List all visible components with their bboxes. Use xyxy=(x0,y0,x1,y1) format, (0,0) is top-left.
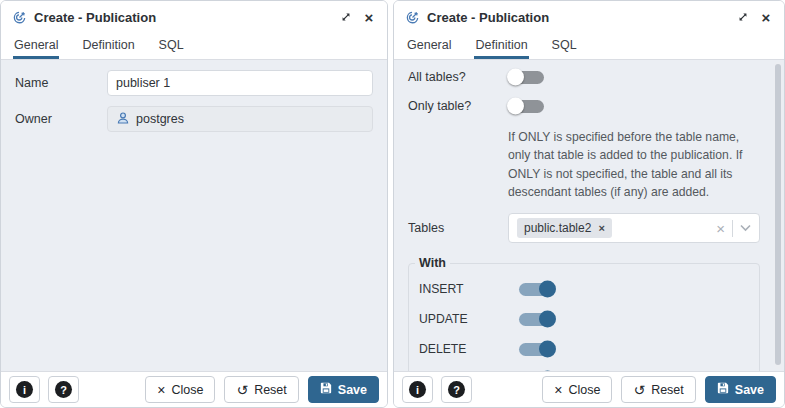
reset-icon: ↺ xyxy=(236,383,248,397)
table-chip: public.table2 × xyxy=(517,218,612,238)
info-icon: i xyxy=(16,381,33,398)
dialog-footer: i ? × Close ↺ Reset Save xyxy=(1,371,387,407)
all-tables-toggle[interactable] xyxy=(508,71,544,84)
reset-icon: ↺ xyxy=(633,383,645,397)
footer-actions: × Close ↺ Reset Save xyxy=(145,376,379,403)
toggle-knob xyxy=(539,281,556,298)
toggle-knob xyxy=(539,341,556,358)
close-button[interactable]: × Close xyxy=(542,376,612,403)
name-row: Name publiser 1 xyxy=(15,70,373,96)
save-button[interactable]: Save xyxy=(705,376,776,403)
only-table-help-text: If ONLY is specified before the table na… xyxy=(508,128,760,201)
update-row: UPDATE xyxy=(419,312,749,326)
separator xyxy=(732,220,733,237)
table-chip-label: public.table2 xyxy=(524,221,591,235)
tab-general[interactable]: General xyxy=(406,33,452,59)
owner-value: postgres xyxy=(136,112,184,126)
save-button-label: Save xyxy=(338,383,367,397)
reset-button[interactable]: ↺ Reset xyxy=(621,376,695,403)
help-button[interactable]: ? xyxy=(48,376,79,403)
tab-sql[interactable]: SQL xyxy=(551,33,578,59)
with-legend: With xyxy=(415,256,450,270)
chip-remove-icon[interactable]: × xyxy=(598,223,604,234)
with-section: With INSERT UPDATE DELETE TRUNCATE xyxy=(408,256,760,371)
save-floppy-icon xyxy=(717,382,729,397)
name-input[interactable]: publiser 1 xyxy=(107,70,373,96)
toggle-knob xyxy=(539,311,556,328)
insert-toggle[interactable] xyxy=(519,283,555,296)
update-label: UPDATE xyxy=(419,312,519,326)
insert-label: INSERT xyxy=(419,282,519,296)
tab-definition[interactable]: Definition xyxy=(81,33,135,59)
update-toggle[interactable] xyxy=(519,313,555,326)
dialog-footer: i ? × Close ↺ Reset Save xyxy=(394,371,784,407)
general-tab-content: Name publiser 1 Owner postgres xyxy=(1,60,387,371)
close-icon[interactable]: × xyxy=(758,9,774,25)
dialog-title: Create - Publication xyxy=(427,10,549,25)
info-button[interactable]: i xyxy=(9,376,40,403)
dialog-titlebar: Create - Publication × xyxy=(394,1,784,33)
help-icon: ? xyxy=(55,381,72,398)
delete-row: DELETE xyxy=(419,342,749,356)
close-button-label: Close xyxy=(568,383,600,397)
close-x-icon: × xyxy=(554,383,562,397)
create-publication-dialog-definition: Create - Publication × General Definitio… xyxy=(393,0,785,408)
tab-definition[interactable]: Definition xyxy=(474,33,528,59)
owner-label: Owner xyxy=(15,112,107,126)
reset-button-label: Reset xyxy=(254,383,287,397)
insert-row: INSERT xyxy=(419,282,749,296)
close-button-label: Close xyxy=(171,383,203,397)
tab-general[interactable]: General xyxy=(13,33,59,59)
save-floppy-icon xyxy=(320,382,332,397)
publication-icon xyxy=(404,9,420,25)
delete-label: DELETE xyxy=(419,342,519,356)
reset-button[interactable]: ↺ Reset xyxy=(224,376,298,403)
clear-selection-icon[interactable]: × xyxy=(716,221,725,236)
dialog-titlebar: Create - Publication × xyxy=(1,1,387,33)
owner-field[interactable]: postgres xyxy=(107,106,373,132)
definition-tab-content: All tables? Only table? If ONLY is speci… xyxy=(394,60,784,371)
save-button[interactable]: Save xyxy=(308,376,379,403)
owner-row: Owner postgres xyxy=(15,106,373,132)
tabbar: General Definition SQL xyxy=(1,33,387,60)
vertical-scrollbar[interactable] xyxy=(774,62,782,369)
save-button-label: Save xyxy=(735,383,764,397)
all-tables-label: All tables? xyxy=(408,70,508,84)
name-label: Name xyxy=(15,76,107,90)
tab-sql[interactable]: SQL xyxy=(158,33,185,59)
help-button[interactable]: ? xyxy=(441,376,472,403)
create-publication-dialog-general: Create - Publication × General Definitio… xyxy=(0,0,388,408)
maximize-icon[interactable] xyxy=(735,9,751,25)
tables-multiselect[interactable]: public.table2 × × xyxy=(508,213,760,243)
only-table-label: Only table? xyxy=(408,99,508,113)
tables-row: Tables public.table2 × × xyxy=(408,213,760,243)
scrollbar-thumb[interactable] xyxy=(775,64,781,365)
maximize-icon[interactable] xyxy=(338,9,354,25)
reset-button-label: Reset xyxy=(651,383,684,397)
user-icon xyxy=(116,111,130,128)
close-x-icon: × xyxy=(157,383,165,397)
chevron-down-icon[interactable] xyxy=(740,221,751,235)
publication-icon xyxy=(11,9,27,25)
stage: Create - Publication × General Definitio… xyxy=(0,0,785,408)
toggle-knob xyxy=(507,69,524,86)
select-controls: × xyxy=(716,220,751,237)
delete-toggle[interactable] xyxy=(519,343,555,356)
tabbar: General Definition SQL xyxy=(394,33,784,60)
dialog-title: Create - Publication xyxy=(34,10,156,25)
name-value: publiser 1 xyxy=(116,76,170,90)
only-table-row: Only table? xyxy=(408,99,760,113)
only-table-toggle[interactable] xyxy=(508,100,544,113)
close-icon[interactable]: × xyxy=(361,9,377,25)
info-icon: i xyxy=(409,381,426,398)
footer-actions: × Close ↺ Reset Save xyxy=(542,376,776,403)
info-button[interactable]: i xyxy=(402,376,433,403)
all-tables-row: All tables? xyxy=(408,70,760,84)
close-button[interactable]: × Close xyxy=(145,376,215,403)
tables-label: Tables xyxy=(408,221,508,235)
help-icon: ? xyxy=(448,381,465,398)
toggle-knob xyxy=(507,98,524,115)
